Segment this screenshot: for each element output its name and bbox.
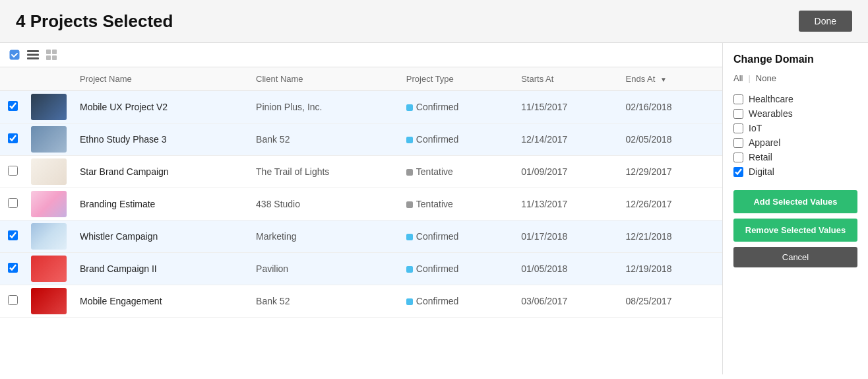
project-type-cell: Confirmed (398, 91, 513, 123)
starts-at-cell: 11/13/2017 (513, 188, 617, 221)
row-checkbox-cell[interactable] (0, 253, 26, 285)
th-starts-at: Starts At (513, 67, 617, 91)
starts-at-cell: 01/05/2018 (513, 253, 617, 285)
row-checkbox-cell[interactable] (0, 156, 26, 188)
project-type-cell: Tentative (398, 188, 513, 221)
svg-rect-4 (46, 50, 51, 54)
project-type-cell: Confirmed (398, 253, 513, 285)
svg-rect-6 (46, 55, 51, 60)
domain-item: Healthcare (733, 94, 857, 104)
row-checkbox[interactable] (8, 198, 18, 208)
ends-at-cell: 12/26/2017 (618, 188, 722, 221)
th-thumbnail (26, 67, 72, 91)
domain-checkbox-retail[interactable] (733, 153, 743, 162)
domain-list: Healthcare Wearables IoT Apparel Retail … (733, 94, 857, 177)
none-link[interactable]: None (756, 73, 776, 83)
status-dot (406, 169, 413, 176)
remove-selected-values-button[interactable]: Remove Selected Values (733, 219, 857, 242)
th-checkbox (0, 67, 26, 91)
client-name-cell: 438 Studio (248, 188, 398, 221)
project-name-cell: Star Brand Campaign (72, 156, 248, 188)
all-link[interactable]: All (733, 73, 743, 83)
starts-at-cell: 01/17/2018 (513, 221, 617, 253)
checkbox-all-icon[interactable] (8, 48, 21, 61)
panel-all-none: All | None (733, 73, 857, 83)
row-checkbox-cell[interactable] (0, 221, 26, 253)
ends-at-cell: 02/16/2018 (618, 91, 722, 123)
domain-label: IoT (749, 123, 762, 133)
row-checkbox[interactable] (8, 133, 18, 143)
project-name-cell: Branding Estimate (72, 188, 248, 221)
domain-label: Retail (749, 152, 772, 162)
row-checkbox-cell[interactable] (0, 285, 26, 318)
thumbnail-cell (26, 188, 72, 221)
add-selected-values-button[interactable]: Add Selected Values (733, 190, 857, 213)
thumbnail-cell (26, 221, 72, 253)
ends-at-cell: 12/19/2018 (618, 253, 722, 285)
domain-label: Wearables (749, 108, 793, 119)
table-row: Branding Estimate 438 Studio Tentative 1… (0, 188, 722, 221)
row-checkbox-cell[interactable] (0, 188, 26, 221)
svg-rect-3 (27, 57, 39, 59)
table-section: Project Name Client Name Project Type St… (0, 43, 723, 374)
list-view-icon[interactable] (26, 48, 40, 61)
done-button[interactable]: Done (799, 11, 852, 32)
thumbnail-cell (26, 123, 72, 156)
th-project-name: Project Name (72, 67, 248, 91)
project-thumbnail (31, 158, 67, 185)
domain-checkbox-wearables[interactable] (733, 109, 743, 119)
starts-at-cell: 01/09/2017 (513, 156, 617, 188)
project-type-cell: Confirmed (398, 123, 513, 156)
cancel-button[interactable]: Cancel (733, 247, 857, 267)
ends-at-cell: 02/05/2018 (618, 123, 722, 156)
row-checkbox[interactable] (8, 295, 18, 305)
domain-checkbox-apparel[interactable] (733, 138, 743, 148)
row-checkbox[interactable] (8, 263, 18, 273)
client-name-cell: Marketing (248, 221, 398, 253)
status-dot (406, 266, 413, 273)
project-thumbnail (31, 256, 67, 282)
project-name-cell: Ethno Study Phase 3 (72, 123, 248, 156)
svg-rect-5 (52, 50, 57, 54)
starts-at-cell: 12/14/2017 (513, 123, 617, 156)
row-checkbox[interactable] (8, 166, 18, 176)
status-dot (406, 234, 413, 240)
header: 4 Projects Selected Done (0, 0, 868, 43)
main-layout: Project Name Client Name Project Type St… (0, 43, 868, 374)
project-thumbnail (31, 288, 67, 314)
domain-label: Apparel (749, 137, 780, 148)
project-thumbnail (31, 126, 67, 153)
table-row: Mobile UX Project V2 Pinion Plus, Inc. C… (0, 91, 722, 123)
row-checkbox[interactable] (8, 230, 18, 240)
project-name-cell: Whistler Campaign (72, 221, 248, 253)
domain-checkbox-digital[interactable] (733, 167, 743, 177)
table-toolbar (0, 43, 722, 67)
project-type-cell: Confirmed (398, 221, 513, 253)
ends-at-cell: 12/21/2018 (618, 221, 722, 253)
project-thumbnail (31, 94, 67, 120)
starts-at-cell: 11/15/2017 (513, 91, 617, 123)
domain-checkbox-healthcare[interactable] (733, 94, 743, 104)
domain-checkbox-iot[interactable] (733, 123, 743, 133)
th-ends-at[interactable]: Ends At ▼ (618, 67, 722, 91)
project-type-cell: Tentative (398, 156, 513, 188)
th-client-name: Client Name (248, 67, 398, 91)
client-name-cell: Pinion Plus, Inc. (248, 91, 398, 123)
project-type-cell: Confirmed (398, 285, 513, 318)
thumbnail-cell (26, 285, 72, 318)
domain-item: Retail (733, 152, 857, 162)
ends-at-cell: 08/25/2017 (618, 285, 722, 318)
panel-title: Change Domain (733, 53, 857, 65)
client-name-cell: The Trail of Lights (248, 156, 398, 188)
row-checkbox[interactable] (8, 101, 18, 111)
domain-item: Apparel (733, 137, 857, 148)
table-row: Brand Campaign II Pavilion Confirmed 01/… (0, 253, 722, 285)
grid-view-icon[interactable] (45, 48, 58, 61)
table-header-row: Project Name Client Name Project Type St… (0, 67, 722, 91)
starts-at-cell: 03/06/2017 (513, 285, 617, 318)
project-name-cell: Brand Campaign II (72, 253, 248, 285)
table-row: Whistler Campaign Marketing Confirmed 01… (0, 221, 722, 253)
project-name-cell: Mobile UX Project V2 (72, 91, 248, 123)
row-checkbox-cell[interactable] (0, 91, 26, 123)
row-checkbox-cell[interactable] (0, 123, 26, 156)
